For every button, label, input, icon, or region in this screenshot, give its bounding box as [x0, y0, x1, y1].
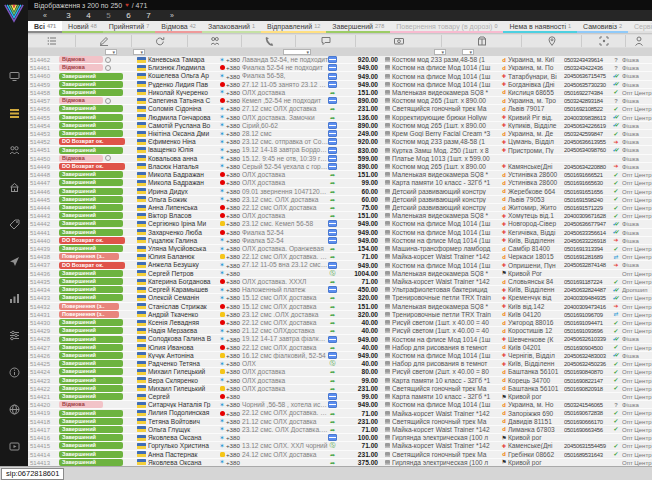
order-row[interactable]: 514437 DO Возврат ок. Анжела Безушку ✶+3… [28, 261, 652, 269]
order-row[interactable]: 514461 Відмова Близнюк Людмила +380 Фиал… [28, 64, 652, 72]
column-header-phone[interactable] [242, 35, 296, 47]
order-row[interactable]: 514422 Завершений Михаил Гилецький +380 … [28, 385, 652, 393]
order-row[interactable]: 514449 DO Возврат ок. Власюк Наталья ✶+3… [28, 163, 652, 171]
order-row[interactable]: 514433 Завершений Олексій Семанін ✶+380 … [28, 294, 652, 302]
tab-declined[interactable]: Відмова42 [155, 21, 202, 33]
order-row[interactable]: 514431 Повернення (з.. Андрій Ткаченко +… [28, 311, 652, 319]
order-row[interactable]: 514443 Завершений Віктор Власов +380 ОЛХ… [28, 212, 652, 220]
order-row[interactable]: 514450 Відмова Ковальова анна ✶+380 15.1… [28, 155, 652, 163]
country-cell [134, 327, 148, 334]
ttn-number: 20450632483003 [564, 352, 610, 359]
page-button-7[interactable]: 7 [142, 11, 155, 20]
order-row[interactable]: 514451 Завершений Іващенко Юлія ✶+380 19… [28, 146, 652, 154]
sidebar-item-clients[interactable] [9, 145, 20, 156]
column-header-address[interactable] [522, 35, 582, 47]
sidebar-item-mailing[interactable] [9, 256, 20, 267]
order-row[interactable]: 514439 Завершений Уляна Мусійовська ✶+38… [28, 245, 652, 253]
sidebar-item-info[interactable] [9, 367, 20, 378]
tab-completed[interactable]: Завершений278 [326, 21, 390, 33]
column-header-edit[interactable] [76, 35, 132, 47]
order-row[interactable]: 514421 Завершений Сергей +380 99.00 Карт… [28, 393, 652, 401]
column-header-refresh[interactable] [132, 35, 188, 47]
status-filter-dropdown[interactable]: ▾ [105, 49, 117, 55]
sidebar-item-dashboard[interactable] [9, 71, 20, 82]
order-row[interactable]: 514435 Завершений Катерина Богданова +38… [28, 278, 652, 286]
order-row[interactable]: 514432 Повернення (з.. Станіслав Стрижак… [28, 303, 652, 311]
order-row[interactable]: 514452 DO Возврат ок. Єфименко Ніна ✶+38… [28, 138, 652, 146]
order-row[interactable]: 514436 Завершений Сергей Петров ✶+380 Ⓢ1… [28, 270, 652, 278]
order-row[interactable]: 514446 Завершений Ирина Дидух ✶+380 09.0… [28, 188, 652, 196]
order-row[interactable]: 514426 Завершений Кучук Антоніна +380 16… [28, 352, 652, 360]
order-row[interactable]: 514457 Відмова Сапегина Татьяна С +380 К… [28, 97, 652, 105]
country-filter-dropdown[interactable]: ▾ [133, 49, 145, 55]
order-row[interactable]: 514418 Завершений Тетяна Войтович ✶+380 … [28, 418, 652, 426]
display-range[interactable]: Відображення з 200 по 250 [34, 2, 122, 9]
tab-all[interactable]: Всі471 [28, 21, 62, 33]
order-row[interactable]: 514429 Завершений Надія Мерзаєва ✶+380 2… [28, 327, 652, 335]
order-row[interactable]: 514444 Завершений Анна Липенська +380 22… [28, 204, 652, 212]
first-page-button[interactable]: « [36, 12, 54, 19]
order-row[interactable]: 514456 Завершений Соломія Сідоніна ✶+380… [28, 105, 652, 113]
column-header-product[interactable] [442, 35, 522, 47]
sidebar-item-video[interactable] [9, 441, 20, 452]
page-button-5[interactable]: 5 [102, 11, 115, 20]
order-row[interactable]: 514459 Завершений Руденко Лидия Пав +380… [28, 81, 652, 89]
comment-filter-input[interactable]: ▾ [283, 49, 311, 55]
page-button-6[interactable]: 6 [122, 11, 135, 20]
tab-out-of-stock[interactable]: Нема в наявності1 [503, 21, 577, 33]
order-row[interactable]: 514438 Повернення (з.. Юлия Баланюк +380… [28, 253, 652, 261]
page-button-4[interactable]: 4 [82, 11, 95, 20]
order-row[interactable]: 514420 Відмова Ситарчук Наталія Гр ✶+380… [28, 401, 652, 409]
order-row[interactable]: 514427 Завершений Юлия Иванова +380 22.1… [28, 344, 652, 352]
order-row[interactable]: 514434 Завершений Сергей Карамышев ✶+380… [28, 286, 652, 294]
order-row[interactable]: 514454 Завершений Самотій Руслана Во ✶+3… [28, 122, 652, 130]
order-row[interactable]: 514460 Завершений Кошелева Ольга Ар ✶+38… [28, 72, 652, 80]
sidebar-item-company[interactable] [9, 182, 20, 193]
tab-services[interactable]: Сервіси0 [628, 21, 652, 33]
address-filter-dropdown[interactable]: ▾ [462, 49, 474, 55]
order-row[interactable]: 514414 Завершений Анна Пастернак +380 24… [28, 451, 652, 459]
tab-return-in-transit[interactable]: Повернення товару (в дорозі)0 [390, 21, 503, 33]
order-row[interactable]: 514448 Завершений Микола Бадражан +380 О… [28, 171, 652, 179]
order-row[interactable]: 514415 Завершений Горгулько Христина ✶+3… [28, 442, 652, 450]
order-price-cell: ➦71.00 [328, 253, 384, 260]
sidebar-item-web[interactable] [9, 404, 20, 415]
order-row[interactable]: 514445 Завершений Ольга Божик ✶+380 23.1… [28, 196, 652, 204]
tab-pickup[interactable]: Самовивіз2 [577, 21, 628, 33]
column-header-comment[interactable] [296, 35, 356, 47]
order-row[interactable]: 514462 Відмова Каневська Тамара ✶+380 Ла… [28, 56, 652, 64]
order-row[interactable]: 514447 Завершений Микола Бадражан +380 О… [28, 179, 652, 187]
column-header-payment[interactable] [356, 35, 442, 47]
order-row[interactable]: 514428 Завершений Солодкова Галина В ✶+3… [28, 335, 652, 343]
order-row[interactable]: 514430 Завершений Ксенія Левадняя +380 2… [28, 319, 652, 327]
order-row[interactable]: 514440 DO Возврат ок. Гуцалюк Галина ✶+3… [28, 237, 652, 245]
product-filter-dropdown[interactable]: ▾ [434, 49, 446, 55]
order-row[interactable]: 514425 Завершений Радченко Тетяна ✶+380 … [28, 360, 652, 368]
order-row[interactable]: 514423 Завершений Вера Скляренко ✶+380 О… [28, 377, 652, 385]
column-header-client[interactable] [188, 35, 242, 47]
order-row[interactable]: 514453 Завершений Нікітіна Оксана Дми ✶+… [28, 130, 652, 138]
order-row[interactable]: 514424 Завершений Михаил Гилецький +380 … [28, 368, 652, 376]
column-header-status[interactable] [28, 35, 76, 47]
column-header-manager[interactable] [626, 35, 652, 47]
order-row[interactable]: 514455 Завершений Людмила Гончарова ✶+38… [28, 114, 652, 122]
sidebar-item-reports[interactable] [9, 293, 20, 304]
order-row[interactable]: 514441 Завершений Захарченко Люба +380 Ф… [28, 229, 652, 237]
column-header-ttn[interactable] [582, 35, 626, 47]
page-button-3[interactable]: 3 [62, 11, 75, 20]
sidebar-item-tags[interactable] [9, 219, 20, 230]
order-row[interactable]: 514458 Завершений Николай Кучеренко ✶+38… [28, 89, 652, 97]
order-row[interactable]: 514442 Завершений Сергіюнко Іріна Ми +38… [28, 220, 652, 228]
order-row[interactable]: 514417 Завершений Ольга Глущук ✶+380 23.… [28, 426, 652, 434]
phone-number: +380 [226, 319, 240, 326]
tab-accepted[interactable]: Прийнятий7 [103, 21, 156, 33]
tab-packed[interactable]: Запакований1 [202, 21, 261, 33]
tab-sent[interactable]: Відправлений12 [261, 21, 326, 33]
order-row[interactable]: 514416 Завершений Яковлева Оксана ✶+380 … [28, 434, 652, 442]
app-logo[interactable] [0, 1, 28, 25]
order-row[interactable]: 514419 Завершений Лилия Подолинская +380… [28, 409, 652, 417]
tab-new[interactable]: Новий48 [62, 21, 103, 33]
sidebar-item-settings[interactable] [9, 330, 20, 341]
sidebar-item-orders[interactable] [9, 108, 20, 119]
last-page-button[interactable]: » [163, 12, 181, 19]
